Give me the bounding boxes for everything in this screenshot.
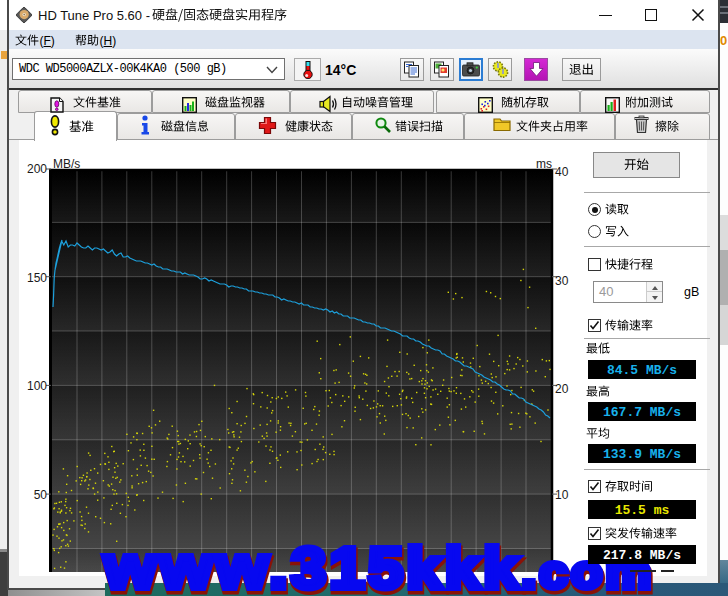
svg-text:50: 50 <box>34 488 48 502</box>
svg-text:MB/s: MB/s <box>53 157 80 171</box>
svg-text:30: 30 <box>555 274 569 288</box>
svg-text:100: 100 <box>27 379 47 393</box>
svg-text:ms: ms <box>536 157 552 171</box>
svg-text:150: 150 <box>27 271 47 285</box>
svg-text:200: 200 <box>27 162 47 176</box>
svg-text:10: 10 <box>555 488 569 502</box>
svg-text:20: 20 <box>555 382 569 396</box>
svg-text:40: 40 <box>555 165 569 179</box>
